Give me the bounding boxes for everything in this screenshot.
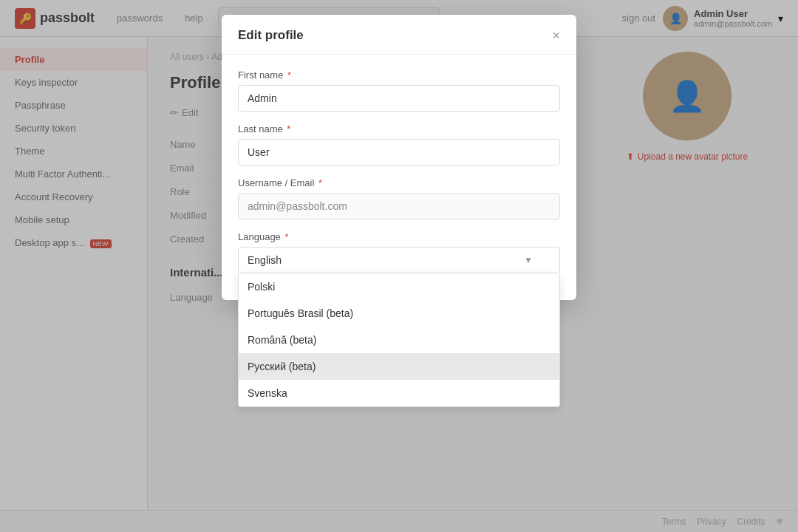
modal-overlay: Edit profile × First name * Last name * [0, 0, 798, 532]
username-group: Username / Email * [238, 177, 560, 219]
first-name-input[interactable] [238, 85, 560, 112]
language-label: Language * [238, 231, 560, 242]
dropdown-item-svenska[interactable]: Svenska [239, 380, 559, 406]
required-star: * [284, 231, 288, 242]
close-button[interactable]: × [552, 29, 560, 42]
dropdown-item-romana[interactable]: Română (beta) [239, 327, 559, 353]
dropdown-item-russian[interactable]: Русский (beta) [239, 353, 559, 380]
modal-header: Edit profile × [222, 15, 576, 55]
first-name-group: First name * [238, 69, 560, 112]
language-select-wrapper: English ▼ Polski Português Brasil (beta)… [238, 247, 560, 273]
username-label: Username / Email * [238, 177, 560, 188]
edit-profile-modal: Edit profile × First name * Last name * [222, 15, 576, 300]
chevron-down-icon: ▼ [524, 255, 533, 265]
first-name-label: First name * [238, 69, 560, 81]
dropdown-item-polski[interactable]: Polski [239, 273, 559, 300]
modal-title: Edit profile [238, 28, 304, 43]
last-name-label: Last name * [238, 123, 560, 134]
last-name-group: Last name * [238, 123, 560, 166]
required-star: * [287, 123, 290, 134]
dropdown-item-portugues[interactable]: Português Brasil (beta) [239, 300, 559, 327]
username-input[interactable] [238, 193, 560, 219]
language-dropdown[interactable]: Polski Português Brasil (beta) Română (b… [238, 273, 560, 407]
language-group: Language * English ▼ Polski Português Br… [238, 231, 560, 273]
last-name-input[interactable] [238, 139, 560, 166]
required-star: * [318, 177, 322, 188]
required-star: * [287, 69, 291, 81]
language-select[interactable]: English ▼ [238, 247, 560, 273]
language-selected-value: English [248, 254, 282, 266]
modal-body: First name * Last name * Username / Emai… [222, 55, 576, 300]
